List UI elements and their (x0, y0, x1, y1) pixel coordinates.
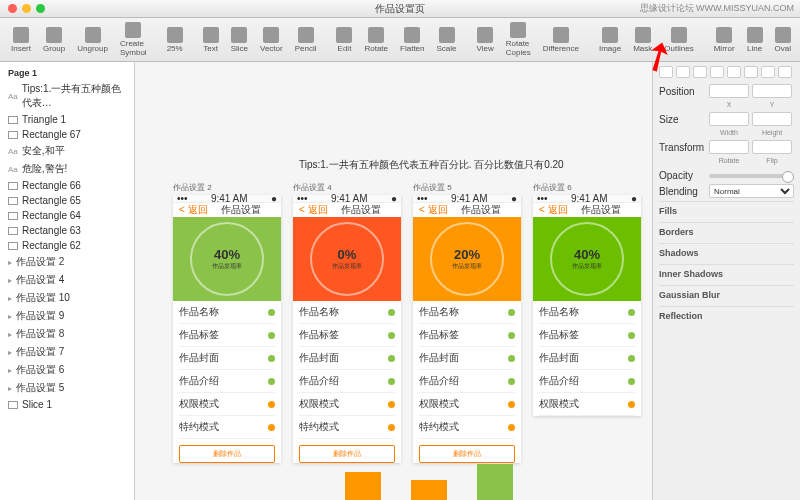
align-top-icon[interactable] (710, 66, 724, 78)
layer-item[interactable]: Rectangle 66 (0, 178, 134, 193)
toolbar-rotate[interactable]: Rotate (359, 27, 393, 53)
artboard-row: 作品标签 (179, 324, 275, 347)
edit-icon (336, 27, 352, 43)
fills-section[interactable]: Fills (659, 201, 794, 220)
blending-select[interactable]: Normal (709, 184, 794, 198)
toolbar: InsertGroupUngroupCreate Symbol25%TextSl… (0, 18, 800, 62)
ungroup-icon (85, 27, 101, 43)
toolbar-25%[interactable]: 25% (162, 27, 188, 53)
layer-item[interactable]: ▸作品设置 9 (0, 307, 134, 325)
layer-item[interactable]: Rectangle 65 (0, 193, 134, 208)
toolbar-view[interactable]: View (472, 27, 499, 53)
minimize-icon[interactable] (22, 4, 31, 13)
back-button: < 返回 (179, 203, 208, 217)
rotate-field[interactable] (709, 140, 749, 154)
layer-item[interactable]: ▸作品设置 2 (0, 253, 134, 271)
toolbar-slice[interactable]: Slice (226, 27, 253, 53)
artboard-row: 作品封面 (299, 347, 395, 370)
layer-item[interactable]: AaTips:1.一共有五种颜色代表… (0, 80, 134, 112)
toolbar-line[interactable]: Line (742, 27, 768, 53)
toolbar-edit[interactable]: Edit (331, 27, 357, 53)
artboard-row: 作品标签 (419, 324, 515, 347)
artboard[interactable]: •••9:41 AM●< 返回作品设置40%作品发现率作品名称作品标签作品封面作… (533, 195, 641, 416)
artboard[interactable]: •••9:41 AM●< 返回作品设置20%作品发现率作品名称作品标签作品封面作… (413, 195, 521, 463)
toolbar-outlines[interactable]: Outlines (659, 27, 698, 53)
distribute-v-icon[interactable] (778, 66, 792, 78)
inspector-panel: Position XY Size WidthHeight Transform R… (652, 62, 800, 500)
window-title: 作品设置页 (375, 2, 425, 16)
toolbar-ungroup[interactable]: Ungroup (72, 27, 113, 53)
toolbar-rotate-copies[interactable]: Rotate Copies (501, 22, 536, 57)
oval-icon (775, 27, 791, 43)
borders-section[interactable]: Borders (659, 222, 794, 241)
artboard-row: 作品介绍 (179, 370, 275, 393)
back-button: < 返回 (419, 203, 448, 217)
layer-item[interactable]: Triangle 1 (0, 112, 134, 127)
y-field[interactable] (752, 84, 792, 98)
layer-item[interactable]: ▸作品设置 7 (0, 343, 134, 361)
pencil-icon (298, 27, 314, 43)
layer-item[interactable]: Rectangle 64 (0, 208, 134, 223)
height-field[interactable] (752, 112, 792, 126)
toolbar-difference[interactable]: Difference (538, 27, 584, 53)
page-header[interactable]: Page 1 (0, 66, 134, 80)
artboard-row: 权限模式 (299, 393, 395, 416)
reflection-section[interactable]: Reflection (659, 306, 794, 325)
align-bottom-icon[interactable] (744, 66, 758, 78)
layer-item[interactable]: Slice 1 (0, 397, 134, 412)
canvas[interactable]: Tips:1.一共有五种颜色代表五种百分比. 百分比数值只有0.20 作品设置 … (135, 62, 652, 500)
artboard-title: 作品设置 4 (293, 182, 401, 193)
insert-icon (13, 27, 29, 43)
scale-icon (439, 27, 455, 43)
opacity-slider[interactable] (709, 174, 794, 178)
artboard[interactable]: •••9:41 AM●< 返回作品设置0%作品发现率作品名称作品标签作品封面作品… (293, 195, 401, 463)
layer-item[interactable]: Aa安全,和平 (0, 142, 134, 160)
artboard-row: 权限模式 (419, 393, 515, 416)
layer-item[interactable]: Rectangle 67 (0, 127, 134, 142)
layer-item[interactable]: ▸作品设置 10 (0, 289, 134, 307)
vector-icon (263, 27, 279, 43)
layer-item[interactable]: Rectangle 62 (0, 238, 134, 253)
layer-item[interactable]: Aa危险,警告! (0, 160, 134, 178)
inner-shadows-section[interactable]: Inner Shadows (659, 264, 794, 283)
align-left-icon[interactable] (659, 66, 673, 78)
text-icon (203, 27, 219, 43)
align-middle-icon[interactable] (727, 66, 741, 78)
flip-field[interactable] (752, 140, 792, 154)
create symbol-icon (125, 22, 141, 38)
artboard[interactable]: •••9:41 AM●< 返回作品设置40%作品发现率作品名称作品标签作品封面作… (173, 195, 281, 463)
toolbar-oval[interactable]: Oval (770, 27, 796, 53)
toolbar-text[interactable]: Text (198, 27, 224, 53)
toolbar-image[interactable]: Image (594, 27, 626, 53)
toolbar-insert[interactable]: Insert (6, 27, 36, 53)
rotate-icon (368, 27, 384, 43)
close-icon[interactable] (8, 4, 17, 13)
artboard-row: 作品标签 (539, 324, 635, 347)
toolbar-mask[interactable]: Mask (628, 27, 657, 53)
line-icon (747, 27, 763, 43)
titlebar: 作品设置页 思缘设计论坛 WWW.MISSYUAN.COM (0, 0, 800, 18)
toolbar-pencil[interactable]: Pencil (290, 27, 322, 53)
zoom-icon[interactable] (36, 4, 45, 13)
align-right-icon[interactable] (693, 66, 707, 78)
distribute-h-icon[interactable] (761, 66, 775, 78)
width-field[interactable] (709, 112, 749, 126)
artboard-row: 作品名称 (179, 301, 275, 324)
layer-item[interactable]: ▸作品设置 8 (0, 325, 134, 343)
group-icon (46, 27, 62, 43)
align-center-icon[interactable] (676, 66, 690, 78)
toolbar-scale[interactable]: Scale (432, 27, 462, 53)
x-field[interactable] (709, 84, 749, 98)
shadows-section[interactable]: Shadows (659, 243, 794, 262)
toolbar-mirror[interactable]: Mirror (709, 27, 740, 53)
toolbar-create-symbol[interactable]: Create Symbol (115, 22, 152, 57)
layer-item[interactable]: ▸作品设置 4 (0, 271, 134, 289)
toolbar-group[interactable]: Group (38, 27, 70, 53)
toolbar-flatten[interactable]: Flatten (395, 27, 429, 53)
flatten-icon (404, 27, 420, 43)
layer-item[interactable]: Rectangle 63 (0, 223, 134, 238)
toolbar-vector[interactable]: Vector (255, 27, 288, 53)
blur-section[interactable]: Gaussian Blur (659, 285, 794, 304)
layer-item[interactable]: ▸作品设置 5 (0, 379, 134, 397)
layer-item[interactable]: ▸作品设置 6 (0, 361, 134, 379)
